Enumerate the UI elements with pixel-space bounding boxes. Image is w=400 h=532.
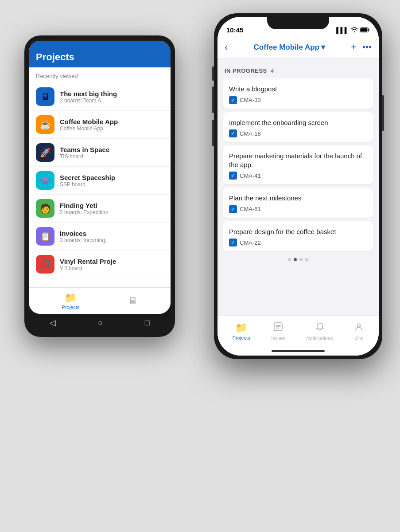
mute-button — [212, 66, 214, 81]
android-phone: Projects Recently viewed 🖥 The next big … — [24, 35, 175, 337]
projects-icon: 📁 — [65, 292, 77, 304]
issue-id-row-4: ✓ CMA-61 — [229, 205, 367, 213]
home-indicator — [217, 347, 379, 356]
project-name-3: Teams in Space — [60, 146, 109, 153]
jira-tab-icon — [354, 322, 364, 334]
issue-id-row-5: ✓ CMA-22 — [229, 239, 367, 246]
tab-issues[interactable]: 🖥 — [128, 295, 137, 307]
notch — [267, 17, 329, 29]
project-sub-4: SSP board — [60, 181, 115, 188]
issue-id-3: CMA-41 — [240, 172, 261, 179]
volume-down-button — [212, 120, 214, 146]
scene: Projects Recently viewed 🖥 The next big … — [0, 0, 400, 532]
list-item[interactable]: ☕ Coffee Mobile App Coffee Mobile App — [29, 111, 171, 139]
checkbox-2: ✓ — [229, 129, 237, 137]
checkbox-4: ✓ — [229, 205, 237, 213]
dot-3 — [299, 258, 303, 261]
iphone-frame: 10:45 ▌▌▌ — [217, 17, 379, 356]
issue-id-row-2: ✓ CMA-18 — [229, 129, 367, 137]
svg-rect-1 — [361, 28, 368, 32]
tab-jira[interactable]: Jira — [354, 322, 364, 341]
iphone-screen: 10:45 ▌▌▌ — [217, 17, 379, 356]
issue-card-4[interactable]: Plan the next milestones ✓ CMA-61 — [223, 188, 373, 218]
issue-title-2: Implement the onboarding screen — [229, 118, 367, 127]
project-icon-1: 🖥 — [36, 87, 54, 106]
dropdown-icon[interactable]: ▾ — [321, 43, 325, 52]
nav-actions: + ••• — [351, 42, 372, 52]
issue-card-3[interactable]: Prepare marketing materials for the laun… — [223, 145, 373, 184]
nav-title: Coffee Mobile App ▾ — [254, 43, 326, 52]
project-sub-5: 2 boards: Expedition — [60, 209, 108, 215]
power-button — [382, 95, 384, 131]
issue-id-5: CMA-22 — [240, 239, 261, 246]
project-sub-7: VR board — [60, 265, 116, 271]
project-icon-5: 🧑 — [36, 199, 54, 218]
list-item[interactable]: 🖥 The next big thing 2 boards: Team A, — [29, 83, 171, 111]
dot-1 — [288, 258, 291, 261]
android-title: Projects — [36, 51, 74, 63]
status-icons: ▌▌▌ — [336, 27, 370, 34]
status-time: 10:45 — [226, 26, 243, 34]
dot-2 — [294, 258, 297, 261]
add-button[interactable]: + — [351, 42, 356, 52]
project-info-6: Invoices 3 boards: Incoming, — [60, 230, 106, 243]
issue-id-row-1: ✓ CMA-33 — [229, 96, 367, 104]
project-icon-2: ☕ — [36, 115, 54, 134]
tab-notifications[interactable]: Notifications — [307, 322, 333, 341]
project-sub-2: Coffee Mobile App — [60, 125, 118, 132]
issue-id-2: CMA-18 — [240, 130, 261, 137]
notifications-tab-icon — [315, 322, 325, 334]
project-icon-3: 🚀 — [36, 143, 54, 162]
project-name-7: Vinyl Rental Proje — [60, 258, 116, 265]
volume-up-button — [212, 86, 214, 113]
issue-card-2[interactable]: Implement the onboarding screen ✓ CMA-18 — [223, 112, 373, 142]
checkbox-5: ✓ — [229, 239, 237, 246]
android-header: Projects — [29, 41, 171, 67]
issue-id-1: CMA-33 — [240, 97, 261, 103]
project-sub-3: TIS board — [60, 153, 109, 160]
issue-title-4: Plan the next milestones — [229, 194, 367, 203]
list-item[interactable]: 📋 Invoices 3 boards: Incoming, — [29, 223, 171, 250]
project-name-6: Invoices — [60, 230, 106, 237]
battery-icon — [360, 27, 370, 34]
tab-projects[interactable]: 📁 Projects — [233, 322, 250, 340]
list-item[interactable]: 🧑 Finding Yeti 2 boards: Expedition — [29, 195, 171, 223]
back-button[interactable]: ‹ — [225, 42, 228, 53]
android-bottom-bar: 📁 Projects 🖥 — [29, 287, 171, 314]
section-label: IN PROGRESS — [225, 67, 267, 74]
project-name-2: Coffee Mobile App — [60, 118, 118, 125]
list-item[interactable]: 🎵 Vinyl Rental Proje VR board — [29, 250, 171, 278]
issues-tab-label: Issues — [271, 336, 285, 341]
list-item[interactable]: 🚀 Teams in Space TIS board — [29, 139, 171, 167]
project-name-1: The next big thing — [60, 90, 117, 98]
back-button[interactable]: ◁ — [50, 318, 56, 328]
tab-issues[interactable]: Issues — [271, 322, 285, 341]
tab-projects[interactable]: 📁 Projects — [62, 292, 80, 310]
project-info-5: Finding Yeti 2 boards: Expedition — [60, 202, 108, 215]
svg-point-6 — [357, 324, 361, 327]
projects-tab-label: Projects — [233, 335, 250, 340]
recents-button[interactable]: □ — [145, 318, 150, 328]
project-info-1: The next big thing 2 boards: Team A, — [60, 90, 117, 104]
projects-tab-icon: 📁 — [235, 322, 247, 334]
project-info-3: Teams in Space TIS board — [60, 146, 109, 160]
android-nav-bar: ◁ ○ □ — [29, 314, 171, 332]
project-name-4: Secret Spaceship — [60, 174, 115, 181]
android-content: Recently viewed 🖥 The next big thing 2 b… — [29, 67, 171, 287]
issue-card-1[interactable]: Write a blogpost ✓ CMA-33 — [223, 78, 373, 109]
checkbox-1: ✓ — [229, 96, 237, 104]
project-sub-6: 3 boards: Incoming, — [60, 237, 106, 243]
iphone-main: IN PROGRESS 4 Write a blogpost ✓ CMA-33 … — [217, 59, 379, 316]
checkbox-3: ✓ — [229, 172, 237, 180]
issue-title-1: Write a blogpost — [229, 85, 367, 94]
issue-card-5[interactable]: Prepare design for the coffee basket ✓ C… — [223, 221, 373, 251]
project-info-4: Secret Spaceship SSP board — [60, 174, 115, 188]
wifi-icon — [351, 27, 358, 34]
list-item[interactable]: 👾 Secret Spaceship SSP board — [29, 167, 171, 195]
notifications-tab-label: Notifications — [307, 336, 333, 341]
project-icon-6: 📋 — [36, 227, 54, 246]
project-name-5: Finding Yeti — [60, 202, 108, 209]
home-button[interactable]: ○ — [98, 318, 103, 328]
issues-tab-icon — [273, 322, 283, 334]
more-button[interactable]: ••• — [362, 42, 372, 52]
